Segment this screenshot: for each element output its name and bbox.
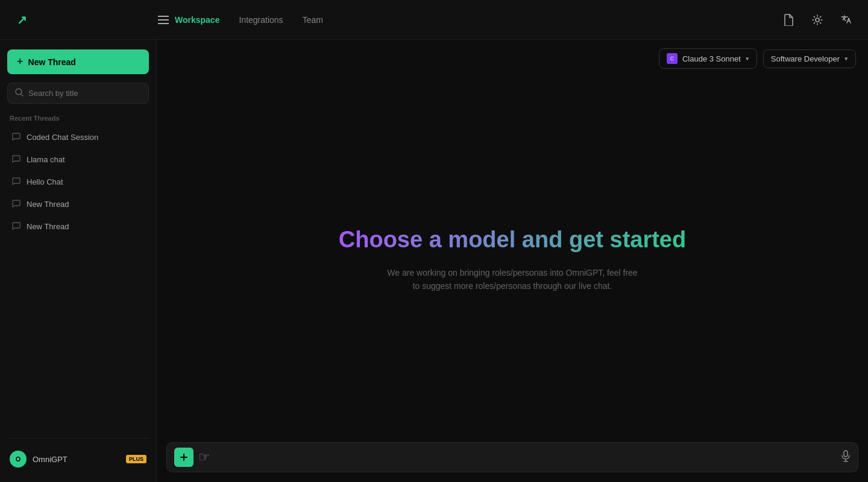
svg-point-1 [16, 89, 22, 95]
hamburger-icon[interactable] [158, 16, 169, 24]
chat-icon [12, 132, 20, 142]
mic-icon[interactable] [841, 450, 851, 465]
chat-icon [12, 221, 20, 232]
thread-item-4[interactable]: New Thread [7, 194, 149, 215]
model-logo-icon: C [667, 53, 678, 64]
settings-icon[interactable] [808, 10, 827, 30]
role-label: Software Developer [771, 54, 840, 63]
top-navbar: ↗ Workspace Integrations Team [0, 0, 868, 40]
thread-label-2: Llama chat [27, 155, 65, 164]
chat-icon [12, 177, 20, 187]
new-thread-button[interactable]: + New Thread [7, 49, 149, 74]
tab-team[interactable]: Team [303, 15, 323, 25]
sidebar-footer: O OmniGPT PLUS [7, 438, 149, 472]
model-label: Claude 3 Sonnet [682, 54, 741, 63]
sidebar: + New Thread Recent Threads Coded Chat [0, 40, 157, 482]
avatar: O [10, 451, 27, 468]
thread-label-4: New Thread [27, 200, 69, 209]
document-icon[interactable] [779, 10, 798, 30]
thread-label-5: New Thread [27, 222, 69, 231]
search-input[interactable] [28, 89, 141, 98]
nav-right [779, 10, 856, 30]
user-name: OmniGPT [33, 455, 120, 464]
recent-threads-label: Recent Threads [7, 115, 149, 122]
subtext: We are working on bringing roles/persona… [386, 266, 639, 293]
role-selector[interactable]: Software Developer ▾ [763, 49, 856, 68]
thread-list: Coded Chat Session Llama chat Hello Chat [7, 127, 149, 438]
thread-item-5[interactable]: New Thread [7, 216, 149, 237]
model-selector[interactable]: C Claude 3 Sonnet ▾ [659, 48, 757, 69]
chat-icon [12, 154, 20, 165]
svg-point-0 [816, 18, 819, 22]
thread-item-3[interactable]: Hello Chat [7, 171, 149, 192]
user-row[interactable]: O OmniGPT PLUS [7, 446, 149, 472]
nav-left: ↗ [12, 10, 169, 30]
thread-item-1[interactable]: Coded Chat Session [7, 127, 149, 148]
thread-label-1: Coded Chat Session [27, 133, 98, 142]
thread-item-2[interactable]: Llama chat [7, 149, 149, 170]
plan-badge: PLUS [126, 455, 146, 463]
main-layout: + New Thread Recent Threads Coded Chat [0, 40, 868, 482]
plus-icon: + [17, 55, 24, 68]
chat-input-field[interactable] [215, 452, 836, 462]
model-chevron-icon: ▾ [746, 55, 749, 63]
role-chevron-icon: ▾ [844, 55, 848, 63]
tab-workspace[interactable]: Workspace [175, 15, 219, 25]
chat-icon [12, 199, 20, 209]
center-message: Choose a model and get started We are wo… [157, 77, 868, 442]
new-thread-label: New Thread [28, 57, 76, 67]
tab-integrations[interactable]: Integrations [239, 15, 283, 25]
logo-icon[interactable]: ↗ [12, 10, 31, 30]
cursor-icon: ☞ [198, 449, 210, 465]
content-toolbar: C Claude 3 Sonnet ▾ Software Developer ▾ [157, 40, 868, 77]
main-content: C Claude 3 Sonnet ▾ Software Developer ▾… [157, 40, 868, 482]
svg-rect-2 [844, 451, 848, 457]
translate-icon[interactable] [837, 10, 856, 30]
headline-text: Choose a model and get started [339, 226, 686, 254]
thread-label-3: Hello Chat [27, 177, 63, 186]
nav-tabs: Workspace Integrations Team [169, 15, 779, 25]
chat-input-bar: ☞ [166, 442, 858, 472]
search-icon [15, 88, 24, 98]
search-box [7, 83, 149, 104]
attach-button[interactable] [174, 448, 193, 467]
